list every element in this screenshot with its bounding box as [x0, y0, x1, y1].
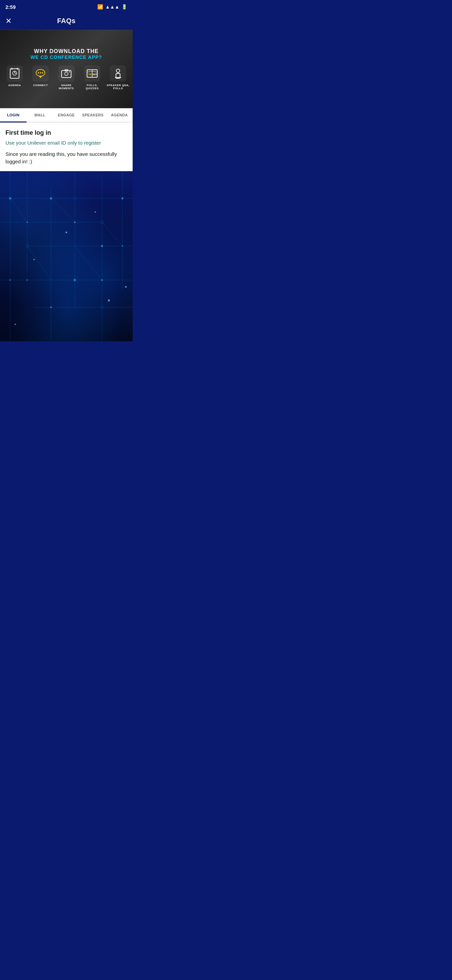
svg-point-13 [69, 72, 70, 73]
section-text-1: Use your Unilever email ID only to regis… [5, 139, 127, 147]
svg-point-59 [108, 299, 110, 301]
svg-line-35 [75, 246, 102, 280]
svg-point-18 [116, 69, 120, 73]
svg-point-51 [50, 306, 52, 308]
svg-point-48 [101, 245, 103, 247]
svg-point-52 [122, 245, 123, 247]
svg-line-37 [102, 222, 122, 246]
tabs-bar: LOGIN WALL ENGAGE SPEAKERS AGENDA [0, 108, 133, 123]
tab-wall[interactable]: WALL [27, 108, 53, 122]
svg-point-47 [74, 221, 76, 223]
bottom-background [0, 171, 133, 341]
svg-point-46 [50, 197, 52, 199]
svg-point-56 [102, 279, 103, 281]
speaker-icon [110, 65, 126, 82]
section-title: First time log in [5, 129, 127, 137]
content-area: First time log in Use your Unilever emai… [0, 123, 133, 171]
svg-text:NO: NO [93, 73, 97, 76]
banner-icon-connect: CONNECT [28, 65, 53, 87]
svg-point-55 [27, 221, 28, 223]
banner-icon-speaker: SPEAKER QNA, POLLS [106, 65, 130, 90]
tab-engage[interactable]: ENGAGE [53, 108, 79, 122]
banner-icon-polls: YES NO POLLS, QUIZZES [80, 65, 105, 90]
connect-icon [32, 65, 49, 82]
svg-point-60 [14, 324, 16, 325]
tab-agenda[interactable]: AGENDA [106, 108, 133, 122]
banner-icon-agenda: AGENDA [2, 65, 27, 87]
svg-line-34 [51, 198, 75, 222]
svg-point-61 [95, 211, 96, 213]
tab-speakers[interactable]: SPEAKERS [79, 108, 106, 122]
banner-icon-share: SHARE MOMENTS [54, 65, 79, 90]
share-label: SHARE MOMENTS [54, 84, 79, 90]
speaker-label: SPEAKER QNA, POLLS [106, 84, 130, 90]
svg-point-9 [42, 72, 43, 73]
banner-title: WHY DOWNLOAD THE WE CD CONFERENCE APP? [31, 48, 102, 60]
svg-point-58 [33, 259, 35, 260]
status-bar: 2:59 📶 ▲▲▲ 🔋 [0, 0, 133, 12]
status-time: 2:59 [5, 4, 16, 10]
svg-line-33 [10, 198, 27, 222]
page-title: FAQs [57, 17, 76, 25]
wifi-icon: 📶 [97, 4, 103, 10]
section-text-2: Since you are reading this, you have suc… [5, 150, 127, 166]
svg-point-53 [10, 279, 11, 281]
header: ✕ FAQs [0, 12, 133, 30]
banner-title-line1: WHY DOWNLOAD THE [31, 48, 102, 54]
tab-login[interactable]: LOGIN [0, 108, 27, 122]
svg-point-50 [74, 279, 76, 281]
svg-point-57 [66, 231, 67, 233]
polls-icon: YES NO [84, 65, 100, 82]
banner: WHY DOWNLOAD THE WE CD CONFERENCE APP? A… [0, 30, 133, 108]
banner-title-line2: WE CD CONFERENCE APP? [31, 54, 102, 60]
polls-label: POLLS, QUIZZES [80, 84, 105, 90]
svg-point-49 [27, 279, 28, 281]
agenda-icon [6, 65, 23, 82]
battery-icon: 🔋 [121, 4, 127, 10]
status-icons: 📶 ▲▲▲ 🔋 [97, 4, 127, 10]
svg-rect-0 [10, 69, 19, 78]
svg-point-8 [40, 72, 41, 73]
svg-line-36 [27, 246, 51, 280]
agenda-label: AGENDA [8, 84, 21, 87]
svg-point-54 [121, 197, 124, 199]
circuit-decoration [0, 171, 133, 341]
svg-point-45 [9, 197, 11, 199]
close-button[interactable]: ✕ [5, 18, 11, 25]
svg-point-7 [38, 72, 39, 73]
svg-point-62 [125, 286, 127, 288]
banner-icons: AGENDA CONNECT [0, 65, 133, 90]
signal-icon: ▲▲▲ [105, 4, 119, 10]
connect-label: CONNECT [33, 84, 48, 87]
svg-point-11 [65, 72, 68, 76]
share-icon [58, 65, 75, 82]
